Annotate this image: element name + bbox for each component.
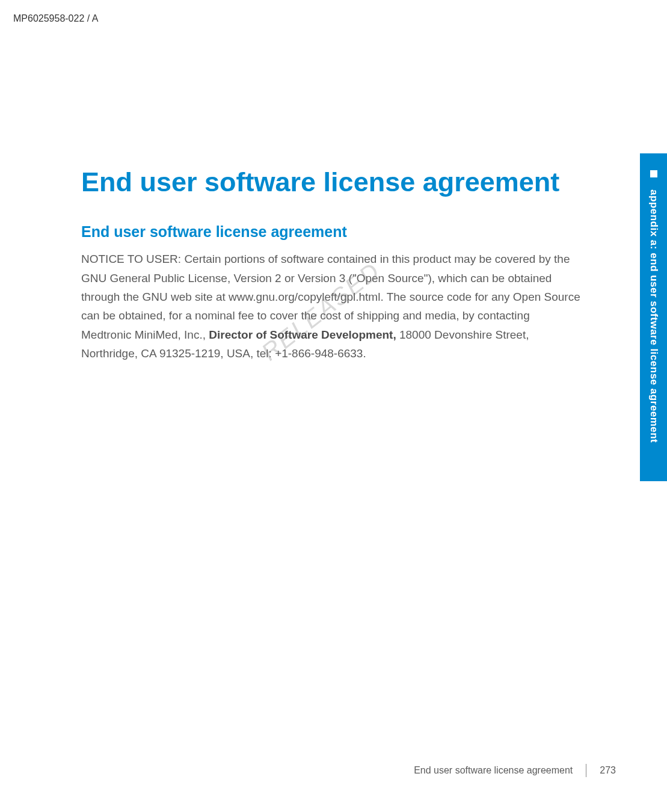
side-tab-label: appendix a: end user software license ag… (648, 189, 660, 443)
footer-page-number: 273 (600, 765, 616, 776)
footer-title: End user software license agreement (414, 765, 586, 776)
side-tab: appendix a: end user software license ag… (640, 153, 667, 481)
section-heading: End user software license agreement (81, 223, 580, 241)
footer-divider (586, 764, 586, 777)
paragraph-bold: Director of Software Development, (209, 328, 396, 341)
body-paragraph: NOTICE TO USER: Certain portions of soft… (81, 250, 580, 363)
page-title: End user software license agreement (81, 165, 580, 199)
tab-marker-icon (650, 170, 657, 177)
main-content: End user software license agreement End … (81, 165, 580, 363)
page-footer: End user software license agreement 273 (414, 764, 616, 777)
document-code: MP6025958-022 / A (13, 13, 98, 24)
